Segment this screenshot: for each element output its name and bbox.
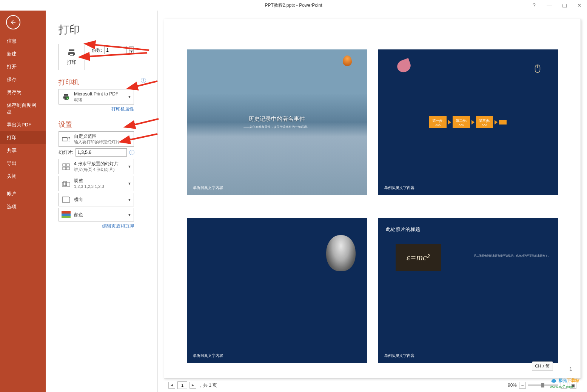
nav-save[interactable]: 保存 (0, 73, 46, 86)
nav-share[interactable]: 共享 (0, 144, 46, 157)
slide1-subtitle: ——如何在酷复景快，顷关于这事件的一句话语。 (243, 125, 310, 129)
landscape-icon (61, 195, 71, 204)
nav-account[interactable]: 帐户 (0, 188, 46, 200)
watermark: 极光下载站 www.xz7.com (550, 377, 579, 389)
color-label: 颜色 (74, 212, 125, 218)
print-settings-panel: 打印 打印 份数: ▲ ▼ 打印机i (46, 11, 157, 392)
handout-layout-selector[interactable]: 4 张水平放置的幻灯片讲义(每页 4 张幻灯片) ▼ (59, 159, 134, 174)
nav-exportpdf[interactable]: 导出为PDF (0, 118, 46, 131)
collate-selector[interactable]: 调整1,2,3 1,2,3 1,2,3 ▼ (59, 176, 134, 191)
chevron-down-icon: ▼ (128, 95, 131, 99)
printer-ready-icon (61, 92, 71, 102)
collate-subtitle: 1,2,3 1,2,3 1,2,3 (74, 184, 125, 189)
slides-label: 幻灯片: (59, 149, 73, 156)
range-title: 自定义范围 (74, 133, 125, 139)
slides-input[interactable] (75, 148, 127, 157)
collate-title: 调整 (74, 178, 125, 184)
close-button[interactable]: ✕ (572, 0, 587, 11)
collate-icon (61, 179, 71, 189)
settings-heading: 设置 (59, 120, 146, 129)
petal-shape (395, 58, 412, 74)
print-button-label: 打印 (67, 59, 77, 66)
zoom-out-button[interactable]: − (519, 382, 526, 389)
nav-open[interactable]: 打开 (0, 60, 46, 73)
zoom-value: 90% (508, 383, 517, 388)
step-1: 第一步:XXX (429, 116, 447, 128)
nav-info[interactable]: 信息 (0, 35, 46, 48)
chevron-down-icon: ▼ (128, 198, 131, 202)
print-button[interactable]: 打印 (59, 44, 85, 70)
step-3: 第三步:XXX (476, 116, 493, 128)
mouse-icon (534, 65, 541, 74)
copies-input[interactable] (104, 46, 127, 54)
slide-caption: 单例贝奥文字内容 (384, 185, 414, 191)
nav-close[interactable]: 关闭 (0, 170, 46, 183)
nav-new[interactable]: 新建 (0, 48, 46, 60)
page-total: ，共 1 页 (199, 382, 217, 389)
prev-page-button[interactable]: ◄ (168, 382, 175, 389)
nav-saveas[interactable]: 另存为 (0, 86, 46, 99)
slide4-title: 此处照片的标题 (386, 226, 420, 233)
svg-rect-6 (66, 167, 69, 170)
preview-footer: ◄ ► ，共 1 页 90% − + ▣ (164, 378, 581, 392)
portrait-image (326, 235, 356, 271)
page-input[interactable] (177, 381, 187, 389)
equation-image: ε=mc² (396, 244, 441, 271)
handout-4-icon (61, 162, 71, 172)
svg-rect-1 (62, 137, 67, 141)
maximize-button[interactable]: ▢ (557, 0, 572, 11)
color-swatch-icon (61, 210, 71, 220)
svg-rect-3 (63, 164, 66, 166)
copies-up[interactable]: ▲ (129, 46, 134, 50)
chevron-down-icon: ▼ (128, 164, 131, 169)
page-title: 打印 (59, 23, 146, 37)
ime-indicator[interactable]: CH ♪ 简 (532, 361, 553, 371)
slide1-title: 历史记录中的著名事件 (243, 115, 310, 123)
next-page-button[interactable]: ► (190, 382, 196, 389)
help-button[interactable]: ? (527, 0, 542, 11)
step-2: 第二步:XXX (453, 116, 470, 128)
preview-slide-3: 单例贝奥文字内容 (187, 218, 367, 363)
color-selector[interactable]: 颜色 ▼ (59, 208, 134, 221)
slide4-sidetext: 第二张要收到的东西都是不该吃的。也许对的不要吃的东西来了。 (474, 254, 550, 258)
edit-header-footer-link[interactable]: 编辑页眉和页脚 (59, 223, 134, 229)
layout-subtitle: 讲义(每页 4 张幻灯片) (74, 167, 125, 172)
nav-print[interactable]: 打印 (0, 131, 46, 144)
back-button[interactable] (6, 15, 20, 29)
orientation-selector[interactable]: 横向 ▼ (59, 193, 134, 206)
preview-sheet: 历史记录中的著名事件 ——如何在酷复景快，顷关于这事件的一句话语。 单例贝奥文字… (164, 19, 581, 378)
backstage-sidebar: 信息 新建 打开 保存 另存为 保存到百度网盘 导出为PDF 打印 共享 导出 … (0, 11, 46, 392)
info-icon[interactable]: i (141, 78, 146, 83)
orientation-label: 横向 (74, 197, 125, 203)
range-subtitle: 输入要打印的特定幻灯片 (74, 139, 125, 145)
printer-selector[interactable]: Microsoft Print to PDF就绪 ▼ (59, 89, 134, 105)
chevron-down-icon: ▼ (128, 181, 131, 186)
svg-rect-2 (68, 137, 70, 141)
printer-name: Microsoft Print to PDF (74, 91, 125, 97)
chevron-down-icon: ▼ (128, 137, 131, 141)
logo-icon (550, 377, 558, 384)
print-range-selector[interactable]: 自定义范围输入要打印的特定幻灯片 ▼ (59, 131, 134, 147)
badge-icon (343, 55, 352, 66)
info-icon[interactable]: i (129, 150, 134, 155)
minimize-button[interactable]: — (542, 0, 557, 11)
svg-rect-4 (66, 164, 69, 166)
step-4 (499, 120, 507, 125)
slide-caption: 单例贝奥文字内容 (193, 353, 223, 358)
window-title: PPT教程2.pptx - PowerPoint (265, 2, 322, 9)
slides-range-icon (61, 134, 71, 144)
preview-slide-2: 第一步:XXX 第二步:XXX 第三步:XXX 单例贝奥文字内容 (378, 49, 558, 195)
nav-export[interactable]: 导出 (0, 157, 46, 170)
printer-heading: 打印机i (59, 78, 146, 87)
printer-icon (66, 48, 77, 57)
copies-label: 份数: (92, 47, 102, 54)
preview-slide-4: 此处照片的标题 ε=mc² 第二张要收到的东西都是不该吃的。也许对的不要吃的东西… (378, 218, 558, 363)
preview-slide-1: 历史记录中的著名事件 ——如何在酷复景快，顷关于这事件的一句话语。 单例贝奥文字… (187, 49, 367, 195)
nav-baidu[interactable]: 保存到百度网盘 (0, 99, 46, 118)
nav-options[interactable]: 选项 (0, 200, 46, 213)
printer-properties-link[interactable]: 打印机属性 (59, 106, 134, 112)
copies-down[interactable]: ▼ (129, 50, 134, 54)
chevron-down-icon: ▼ (128, 213, 131, 217)
slide-caption: 单例贝奥文字内容 (384, 353, 414, 358)
sheet-page-number: 1 (569, 366, 572, 372)
